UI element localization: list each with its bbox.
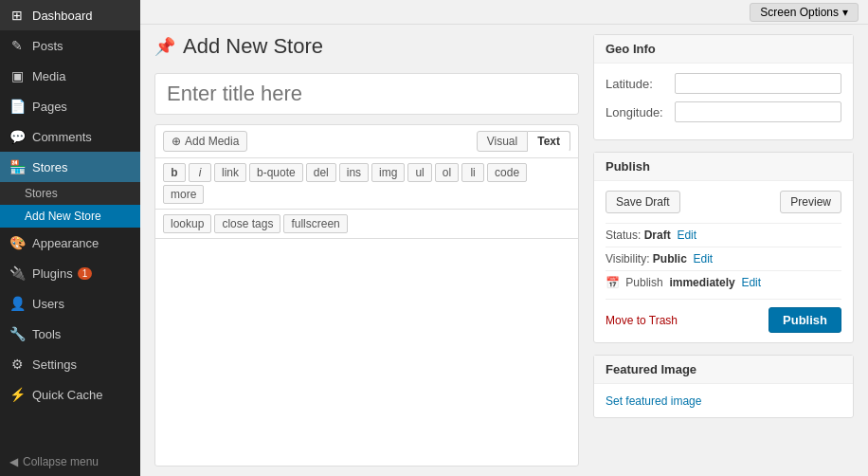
collapse-menu-label: Collapse menu <box>23 455 99 468</box>
visibility-label: Visibility: <box>606 252 649 265</box>
geo-info-box: Geo Info Latitude: Longitude: <box>593 34 854 140</box>
screen-options-label: Screen Options <box>760 6 839 19</box>
geo-info-content: Latitude: Longitude: <box>594 64 853 139</box>
li-button[interactable]: li <box>461 163 484 182</box>
fullscreen-button[interactable]: fullscreen <box>283 214 347 233</box>
code-button[interactable]: code <box>487 163 527 182</box>
link-button[interactable]: link <box>214 163 246 182</box>
sidebar-item-settings[interactable]: ⚙ Settings <box>0 349 140 379</box>
longitude-label: Longitude: <box>606 105 667 119</box>
latitude-row: Latitude: <box>606 73 841 94</box>
editor-format-buttons-row2: lookup close tags fullscreen <box>155 210 578 239</box>
sidebar-item-quick-cache[interactable]: ⚡ Quick Cache <box>0 379 140 410</box>
ins-button[interactable]: ins <box>339 163 369 182</box>
move-to-trash-link[interactable]: Move to Trash <box>606 314 678 327</box>
publish-content: Save Draft Preview Status: Draft Edit Vi… <box>594 181 853 342</box>
sidebar: ⊞ Dashboard ✎ Posts ▣ Media 📄 Pages 💬 Co… <box>0 0 140 476</box>
status-value: Draft <box>644 229 671 242</box>
editor-container: ⊕ Add Media Visual Text b i <box>154 124 579 467</box>
sidebar-item-pages[interactable]: 📄 Pages <box>0 91 140 121</box>
collapse-menu[interactable]: ◀ Collapse menu <box>0 448 140 476</box>
sidebar-item-label: Appearance <box>32 236 99 250</box>
sidebar-item-stores-list[interactable]: Stores <box>0 182 140 205</box>
lookup-button[interactable]: lookup <box>163 214 211 233</box>
publish-button[interactable]: Publish <box>769 307 841 333</box>
plugins-icon: 🔌 <box>9 265 25 281</box>
sidebar-item-label: Stores <box>32 160 68 174</box>
italic-button[interactable]: i <box>189 163 211 182</box>
sidebar-item-label: Quick Cache <box>32 388 102 402</box>
add-media-button[interactable]: ⊕ Add Media <box>163 131 247 152</box>
main-content: Screen Options ▾ 📌 Add New Store ⊕ Add M… <box>140 0 868 476</box>
sidebar-item-tools[interactable]: 🔧 Tools <box>0 319 140 349</box>
sidebar-item-label: Posts <box>32 39 63 53</box>
dashboard-icon: ⊞ <box>9 8 25 23</box>
publish-time-value: immediately <box>669 276 734 289</box>
editor-mode-tabs: Visual Text <box>477 131 570 152</box>
screen-options-button[interactable]: Screen Options ▾ <box>750 3 859 22</box>
sidebar-item-label: Settings <box>32 357 77 372</box>
sidebar-item-stores[interactable]: 🏪 Stores <box>0 152 140 182</box>
sidebar-item-label: Users <box>32 297 64 311</box>
publish-time-edit-link[interactable]: Edit <box>741 276 761 289</box>
featured-image-content: Set featured image <box>594 384 853 417</box>
bold-button[interactable]: b <box>163 163 186 182</box>
editor-textarea[interactable] <box>155 239 578 353</box>
bquote-button[interactable]: b-quote <box>249 163 303 182</box>
latitude-input[interactable] <box>675 73 841 94</box>
publish-box: Publish Save Draft Preview Status: Draft <box>593 152 854 343</box>
sidebar-item-dashboard[interactable]: ⊞ Dashboard <box>0 0 140 30</box>
longitude-input[interactable] <box>675 101 841 122</box>
preview-button[interactable]: Preview <box>780 191 841 213</box>
status-label: Status: <box>606 229 641 242</box>
stores-list-label: Stores <box>25 187 58 200</box>
users-icon: 👤 <box>9 296 25 311</box>
ol-button[interactable]: ol <box>435 163 459 182</box>
sidebar-item-label: Media <box>32 69 65 83</box>
sidebar-item-users[interactable]: 👤 Users <box>0 288 140 319</box>
close-tags-button[interactable]: close tags <box>214 214 280 233</box>
page-title-row: 📌 Add New Store <box>154 34 579 59</box>
visibility-value: Public <box>653 252 687 265</box>
featured-image-title: Featured Image <box>594 356 853 384</box>
quick-cache-icon: ⚡ <box>9 387 25 402</box>
stores-icon: 🏪 <box>9 159 25 174</box>
right-column: Geo Info Latitude: Longitude: Publish <box>593 34 854 467</box>
settings-icon: ⚙ <box>9 357 25 372</box>
topbar: Screen Options ▾ <box>140 0 868 25</box>
text-tab[interactable]: Text <box>528 131 570 152</box>
sidebar-item-plugins[interactable]: 🔌 Plugins 1 <box>0 258 140 288</box>
publish-time-label: Publish <box>625 276 662 289</box>
img-button[interactable]: img <box>371 163 405 182</box>
sidebar-item-add-new-store[interactable]: Add New Store <box>0 205 140 228</box>
publish-actions: Save Draft Preview <box>606 191 841 213</box>
publish-footer: Move to Trash Publish <box>606 299 841 333</box>
save-draft-button[interactable]: Save Draft <box>606 191 680 213</box>
screen-options-arrow-icon: ▾ <box>842 6 848 19</box>
sidebar-item-label: Pages <box>32 100 67 114</box>
sidebar-item-appearance[interactable]: 🎨 Appearance <box>0 228 140 258</box>
editor-format-buttons: b i link b-quote del ins img ul ol li co… <box>155 158 578 210</box>
set-featured-image-link[interactable]: Set featured image <box>606 394 701 408</box>
more-button[interactable]: more <box>163 185 204 204</box>
sidebar-item-label: Comments <box>32 130 92 144</box>
media-icon: ▣ <box>9 68 25 83</box>
geo-info-title: Geo Info <box>594 35 853 64</box>
sidebar-item-posts[interactable]: ✎ Posts <box>0 30 140 61</box>
visibility-edit-link[interactable]: Edit <box>694 252 714 265</box>
sidebar-item-comments[interactable]: 💬 Comments <box>0 121 140 152</box>
del-button[interactable]: del <box>306 163 336 182</box>
post-title-input[interactable] <box>154 73 579 115</box>
publish-time-row: 📅 Publish immediately Edit <box>606 270 841 294</box>
sidebar-item-media[interactable]: ▣ Media <box>0 61 140 91</box>
visual-tab[interactable]: Visual <box>477 131 528 152</box>
editor-toolbar-top: ⊕ Add Media Visual Text <box>155 125 578 158</box>
calendar-icon: 📅 <box>606 276 620 289</box>
tools-icon: 🔧 <box>9 326 25 341</box>
posts-icon: ✎ <box>9 38 25 53</box>
pushpin-icon: 📌 <box>154 36 175 57</box>
sidebar-item-label: Dashboard <box>32 9 93 23</box>
status-edit-link[interactable]: Edit <box>677 229 696 242</box>
publish-title: Publish <box>594 153 853 181</box>
ul-button[interactable]: ul <box>407 163 431 182</box>
